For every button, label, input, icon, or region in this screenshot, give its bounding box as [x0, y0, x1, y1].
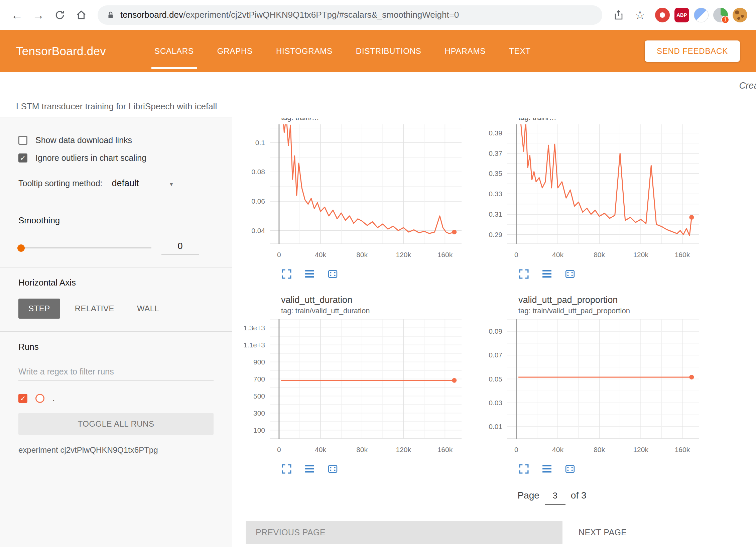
svg-text:120k: 120k [396, 446, 411, 453]
expand-chart-icon[interactable] [281, 268, 292, 280]
url-domain: tensorboard.dev [120, 10, 183, 20]
tooltip-sorting-select[interactable]: default ▾ [110, 178, 175, 192]
svg-text:160k: 160k [675, 251, 690, 258]
axis-wall-button[interactable]: WALL [129, 299, 167, 319]
chart-toolbar [281, 268, 467, 280]
svg-text:0.08: 0.08 [251, 168, 265, 176]
page-label: Page [517, 490, 539, 501]
address-bar[interactable]: tensorboard.dev/experiment/cj2vtPiwQHKN9… [98, 5, 602, 25]
profile-avatar[interactable]: 1 [713, 8, 728, 22]
smoothing-value-field[interactable]: 0 [161, 241, 199, 254]
share-button[interactable] [609, 5, 628, 25]
chart-toolbar [281, 463, 467, 474]
next-page-button[interactable]: NEXT PAGE [579, 528, 627, 537]
abp-extension-icon[interactable]: ABP [674, 8, 689, 22]
scalar-chart[interactable]: 1003005007009001.1e+31.3e+3040k80k120k16… [238, 317, 467, 459]
fit-domain-icon[interactable] [564, 268, 576, 280]
data-series-icon[interactable] [541, 463, 552, 474]
experiment-id-text: experiment cj2vtPiwQHKN9Q1tx6PTpg [18, 445, 214, 455]
svg-text:40k: 40k [552, 446, 563, 453]
runs-label: Runs [18, 342, 214, 352]
fit-domain-icon[interactable] [327, 268, 338, 280]
svg-text:0.35: 0.35 [489, 170, 502, 177]
page-number-input[interactable]: 3 [545, 490, 565, 505]
show-download-links-row[interactable]: Show data download links [18, 135, 214, 145]
runs-section: Runs ✓ . TOGGLE ALL RUNS experiment cj2v… [0, 331, 232, 467]
tab-scalars[interactable]: SCALARS [143, 30, 206, 72]
chart-card: valid_utt_duration tag: train/valid_utt_… [238, 290, 467, 481]
tab-graphs[interactable]: GRAPHS [206, 30, 264, 72]
scalar-chart[interactable]: 0.010.030.050.070.09040k80k120k160k [475, 317, 704, 459]
extensions-cluster: ABP 1 [655, 8, 747, 22]
scalar-chart[interactable]: 0.290.310.330.350.370.39040k80k120k160k [475, 122, 704, 264]
svg-text:40k: 40k [315, 251, 326, 258]
chart-card: tag: train/… 0.290.310.330.350.370.39040… [475, 118, 704, 286]
svg-text:0.1: 0.1 [255, 139, 265, 146]
runs-filter-input[interactable] [18, 363, 214, 381]
expand-chart-icon[interactable] [518, 463, 529, 474]
page-of-label: of 3 [571, 490, 587, 501]
app-logo[interactable]: TensorBoard.dev [16, 30, 106, 72]
chart-card: tag: train/… 0.040.060.080.1040k80k120k1… [238, 118, 467, 286]
svg-text:0.05: 0.05 [489, 375, 502, 383]
svg-text:120k: 120k [633, 251, 648, 258]
svg-text:0: 0 [277, 446, 281, 453]
smoothing-slider-knob[interactable] [17, 244, 25, 252]
cookie-extension-icon[interactable] [733, 8, 747, 22]
browser-toolbar: ← → tensorboard.dev/experiment/cj2vtPiwQ… [0, 0, 756, 30]
data-series-icon[interactable] [541, 268, 552, 280]
svg-text:0.39: 0.39 [489, 129, 502, 137]
expand-chart-icon[interactable] [518, 268, 529, 280]
tab-histograms[interactable]: HISTOGRAMS [264, 30, 344, 72]
data-series-icon[interactable] [304, 268, 315, 280]
ignore-outliers-row[interactable]: ✓ Ignore outliers in chart scaling [18, 153, 214, 163]
axis-relative-button[interactable]: RELATIVE [67, 299, 122, 319]
horizontal-axis-label: Horizontal Axis [18, 278, 214, 288]
toggle-all-runs-button[interactable]: TOGGLE ALL RUNS [18, 413, 214, 435]
axis-step-button[interactable]: STEP [18, 299, 60, 319]
previous-page-button[interactable]: PREVIOUS PAGE [246, 521, 562, 544]
svg-text:900: 900 [253, 358, 265, 366]
avatar-badge: 1 [721, 16, 729, 24]
bookmark-button[interactable]: ☆ [630, 5, 650, 25]
home-icon [76, 9, 87, 21]
fit-domain-icon[interactable] [564, 463, 576, 474]
share-icon [613, 10, 624, 20]
svg-text:100: 100 [253, 426, 265, 434]
chart-tag: tag: train/valid_utt_pad_proportion [518, 307, 704, 315]
svg-text:80k: 80k [356, 446, 368, 453]
svg-text:0: 0 [277, 251, 281, 258]
home-button[interactable] [72, 5, 91, 25]
svg-text:160k: 160k [437, 251, 453, 258]
svg-text:500: 500 [253, 392, 265, 400]
show-download-links-checkbox[interactable] [18, 136, 27, 145]
tooltip-sorting-label: Tooltip sorting method: [18, 179, 103, 188]
svg-text:1.1e+3: 1.1e+3 [243, 341, 265, 349]
reload-button[interactable] [50, 5, 70, 25]
app-header: TensorBoard.dev SCALARS GRAPHS HISTOGRAM… [0, 30, 756, 72]
tab-distributions[interactable]: DISTRIBUTIONS [344, 30, 433, 72]
scalar-chart[interactable]: 0.040.060.080.1040k80k120k160k [238, 122, 467, 264]
svg-text:0.29: 0.29 [489, 231, 502, 238]
created-text-fragment: Crea [739, 81, 756, 91]
experiment-subheader: Crea LSTM transducer training for LibriS… [0, 72, 756, 117]
expand-chart-icon[interactable] [281, 463, 292, 474]
data-series-icon[interactable] [304, 463, 315, 474]
smoothing-slider[interactable] [18, 247, 151, 248]
blue-extension-icon[interactable] [694, 8, 709, 22]
ignore-outliers-checkbox[interactable]: ✓ [18, 153, 27, 162]
run-color-swatch [35, 394, 44, 403]
ignore-outliers-label: Ignore outliers in chart scaling [35, 153, 146, 163]
forward-button[interactable]: → [29, 5, 48, 25]
svg-text:160k: 160k [675, 446, 690, 453]
back-button[interactable]: ← [7, 5, 27, 25]
show-download-links-label: Show data download links [35, 135, 132, 145]
svg-text:40k: 40k [552, 251, 563, 258]
tab-hparams[interactable]: HPARAMS [433, 30, 498, 72]
fit-domain-icon[interactable] [327, 463, 338, 474]
svg-text:120k: 120k [396, 251, 411, 258]
send-feedback-button[interactable]: SEND FEEDBACK [645, 40, 740, 62]
adblock-extension-icon[interactable] [655, 8, 670, 22]
tab-text[interactable]: TEXT [497, 30, 542, 72]
run-checkbox[interactable]: ✓ [18, 394, 27, 403]
